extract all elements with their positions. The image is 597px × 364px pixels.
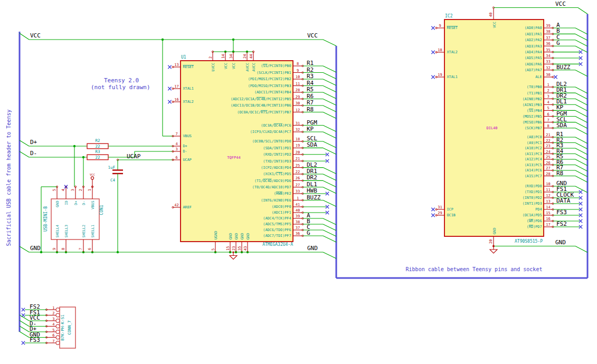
bus-entry[interactable] xyxy=(575,70,587,76)
r3-value[interactable]: 22 xyxy=(95,155,100,160)
net-label-sda[interactable]: SDA xyxy=(556,122,567,129)
net-label-kp[interactable]: KP xyxy=(307,126,314,132)
bus-entry[interactable] xyxy=(575,170,587,177)
net-label-sda[interactable]: SDA xyxy=(307,141,317,148)
c4-value[interactable]: 1uF xyxy=(108,165,115,170)
bus-entry[interactable] xyxy=(575,128,587,135)
bus-entry[interactable] xyxy=(323,73,336,79)
bus-entry[interactable] xyxy=(20,151,29,157)
bus-entry[interactable] xyxy=(323,112,336,119)
net-label-r2[interactable]: R2 xyxy=(307,66,314,73)
net-label-r6[interactable]: R6 xyxy=(307,93,314,100)
bus-entry[interactable] xyxy=(323,126,336,132)
net-label-gnd[interactable]: GND xyxy=(307,245,318,252)
net-label-g[interactable]: G xyxy=(556,40,560,46)
net-label-gnd[interactable]: GND xyxy=(30,245,41,252)
con1-ref[interactable]: CON1 xyxy=(99,205,104,215)
net-label-pgm[interactable]: PGM xyxy=(307,119,317,126)
r2-ref[interactable]: R2 xyxy=(95,138,100,143)
bus-entry[interactable] xyxy=(323,40,336,46)
net-label-dl2[interactable]: DL2 xyxy=(307,161,317,168)
bus-entry[interactable] xyxy=(575,246,587,253)
net-label-g[interactable]: G xyxy=(307,229,310,236)
net-label-r8[interactable]: R8 xyxy=(307,106,314,113)
bus-entry[interactable] xyxy=(323,86,336,92)
bus-entry[interactable] xyxy=(323,252,336,258)
ic2-ref[interactable]: IC2 xyxy=(445,14,453,18)
net-label-scl[interactable]: SCL xyxy=(307,135,317,142)
bus-entry[interactable] xyxy=(575,99,587,105)
bus-entry[interactable] xyxy=(323,141,336,148)
ic2-value[interactable]: AT90S8515-P xyxy=(515,239,543,244)
r2-value[interactable]: 22 xyxy=(95,144,100,149)
bus-entry[interactable] xyxy=(323,200,336,207)
bus-entry[interactable] xyxy=(575,110,587,117)
bus-entry[interactable] xyxy=(323,187,336,194)
bus-entry[interactable] xyxy=(575,137,587,143)
bus-entry[interactable] xyxy=(20,33,29,40)
net-label-buzz[interactable]: BUZZ xyxy=(556,64,571,71)
r3-ref[interactable]: R3 xyxy=(95,149,100,154)
u1-ref[interactable]: U1 xyxy=(181,55,186,60)
note-ribbon[interactable]: Ribbon cable between Teensy pins and soc… xyxy=(406,266,543,272)
conn7-ref[interactable]: CONN_7 xyxy=(67,320,72,334)
bus-entry[interactable] xyxy=(323,99,336,106)
bus-entry[interactable] xyxy=(323,168,336,174)
net-label-r7[interactable]: R7 xyxy=(307,99,314,106)
bus-entry[interactable] xyxy=(575,34,587,40)
bus-entry[interactable] xyxy=(575,104,587,111)
net-label-fs2[interactable]: FS2 xyxy=(556,221,567,227)
bus-entry[interactable] xyxy=(20,246,29,252)
note-teensy-2[interactable]: (not fully drawn) xyxy=(91,84,150,91)
bus-entry[interactable] xyxy=(575,148,587,155)
bus-entry[interactable] xyxy=(323,79,336,85)
net-label-gnd[interactable]: GND xyxy=(555,239,566,246)
bus-entry[interactable] xyxy=(575,28,587,34)
schematic-canvas[interactable]: VCCVCCGNDGNDD+R222D-R322UCAP1uFC4USB-MIN… xyxy=(0,0,597,364)
net-label-r1[interactable]: R1 xyxy=(307,60,314,66)
bus-entry[interactable] xyxy=(575,176,587,183)
net-label-data[interactable]: DATA xyxy=(556,197,571,204)
bus-entry[interactable] xyxy=(20,140,29,146)
net-label-ucap[interactable]: UCAP xyxy=(127,153,141,160)
bus-entry[interactable] xyxy=(20,321,29,327)
net-label-dl1[interactable]: DL1 xyxy=(307,181,317,188)
bus-entry[interactable] xyxy=(323,106,336,112)
net-label-vcc[interactable]: VCC xyxy=(30,32,41,39)
net-label-r4[interactable]: R4 xyxy=(307,80,314,87)
bus-entry[interactable] xyxy=(575,159,587,166)
bus-entry[interactable] xyxy=(20,332,29,338)
conn7-value[interactable]: B7K-PH-K-S1 xyxy=(60,314,65,341)
bus-entry[interactable] xyxy=(575,143,587,149)
u1-value[interactable]: ATMEGA32U4-A xyxy=(262,242,293,247)
net-label-r5[interactable]: R5 xyxy=(307,86,314,93)
bus-entry[interactable] xyxy=(575,40,587,46)
con1-value[interactable]: USB-MINI-B xyxy=(43,206,48,232)
bus-entry[interactable] xyxy=(323,66,336,72)
net-label-vcc[interactable]: VCC xyxy=(307,32,318,39)
bus-entry[interactable] xyxy=(323,236,336,242)
bus-entry[interactable] xyxy=(323,148,336,154)
net-label-dminus[interactable]: D- xyxy=(30,150,37,157)
bus-entry[interactable] xyxy=(20,326,29,332)
c4-ref[interactable]: C4 xyxy=(110,178,116,183)
net-label-r8[interactable]: R8 xyxy=(556,170,563,177)
bus-entry[interactable] xyxy=(575,117,587,123)
bus-entry[interactable] xyxy=(323,218,336,225)
net-label-hwb[interactable]: HWB xyxy=(307,187,317,194)
net-label-vcc[interactable]: VCC xyxy=(555,1,566,7)
bus-entry[interactable] xyxy=(575,165,587,171)
bus-entry[interactable] xyxy=(323,174,336,180)
net-label-r3[interactable]: R3 xyxy=(307,73,314,80)
bus-entry[interactable] xyxy=(575,154,587,160)
bus-entry[interactable] xyxy=(323,180,336,187)
bus-entry[interactable] xyxy=(323,92,336,99)
bus-entry[interactable] xyxy=(575,122,587,129)
bus-entry[interactable] xyxy=(323,224,336,231)
bus-entry[interactable] xyxy=(323,230,336,236)
bus-entry[interactable] xyxy=(323,132,336,138)
note-teensy-1[interactable]: Teensy 2.0 xyxy=(104,77,139,84)
bus-entry[interactable] xyxy=(578,8,587,14)
net-label-dplus[interactable]: D+ xyxy=(30,139,37,146)
note-sacrificial[interactable]: Sacrificial USB cable from header to Tee… xyxy=(6,110,12,246)
